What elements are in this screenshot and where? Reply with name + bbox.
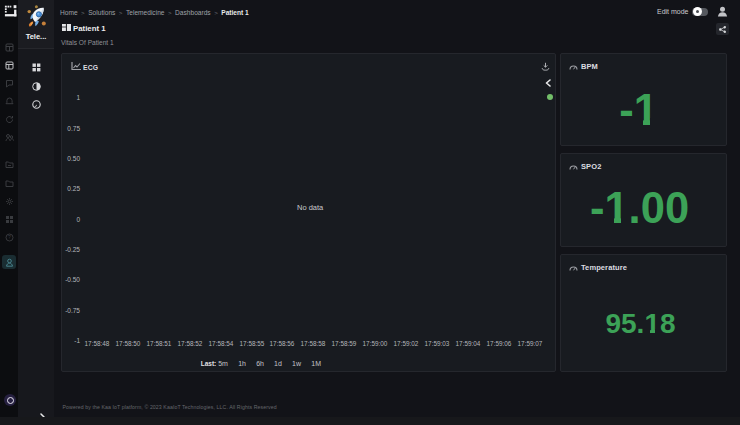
svg-text:?: ? [8,234,11,240]
